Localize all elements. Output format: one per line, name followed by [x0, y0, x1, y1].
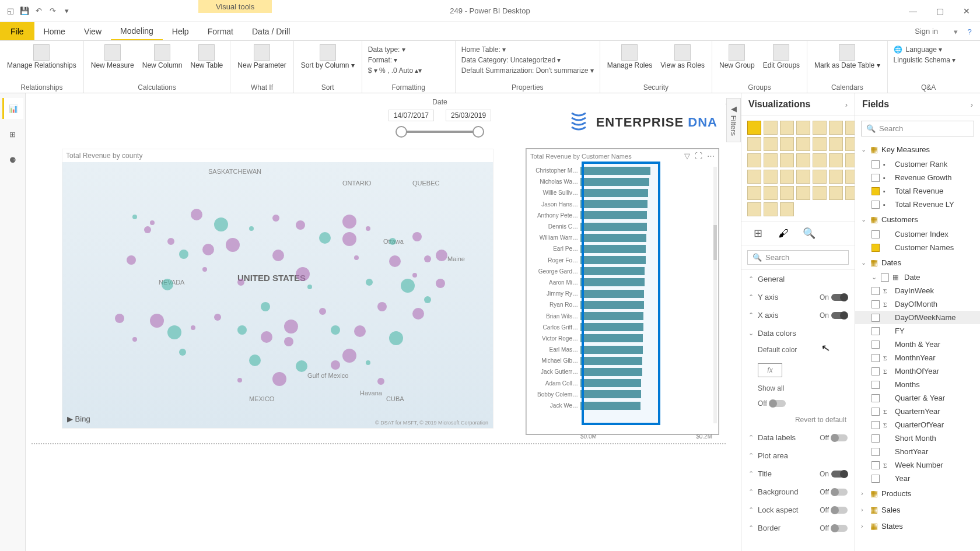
field-revenuegrowth[interactable]: ▪Revenue Growth [855, 171, 980, 184]
field-table-dates[interactable]: ⌄▦Dates [855, 254, 980, 271]
field-monthyear[interactable]: Month & Year [855, 338, 980, 351]
field-quarteryear[interactable]: Quarter & Year [855, 391, 980, 405]
field-dayinweek[interactable]: ΣDayInWeek [855, 284, 980, 297]
viz-type-icon[interactable] [747, 153, 761, 167]
bar-rect[interactable] [580, 402, 640, 410]
bar-rect[interactable] [580, 390, 641, 398]
viz-type-icon[interactable] [747, 186, 761, 200]
bar-row[interactable]: Jason Hans… [530, 199, 712, 210]
map-bubble[interactable] [366, 279, 373, 286]
field-checkbox[interactable] [872, 201, 880, 209]
linguistic-schema-dropdown[interactable]: Linguistic Schema ▾ [894, 56, 964, 64]
bar-row[interactable]: Carlos Griff… [530, 322, 712, 333]
bar-rect[interactable] [580, 368, 642, 376]
map-bubble[interactable] [237, 378, 242, 382]
field-checkbox[interactable] [872, 160, 880, 169]
date-slider-track[interactable] [399, 131, 481, 133]
map-bubble[interactable] [249, 226, 254, 231]
field-checkbox[interactable] [872, 287, 880, 295]
field-checkbox[interactable] [872, 475, 880, 483]
signin-dropdown-icon[interactable]: ▾ [951, 27, 960, 36]
field-checkbox[interactable] [872, 461, 880, 469]
bar-chart-visual[interactable]: Total Revenue by Customer Names ▽ ⛶ ⋯ Ch… [526, 149, 719, 434]
viz-type-icon[interactable] [747, 202, 761, 216]
report-view-button[interactable]: 📊 [2, 98, 23, 119]
viz-type-icon[interactable] [747, 137, 761, 151]
map-bubble[interactable] [202, 244, 214, 255]
viz-type-icon[interactable] [845, 137, 855, 151]
viz-type-icon[interactable] [764, 121, 778, 135]
format-section-general[interactable]: ⌃General [741, 270, 855, 288]
field-checkbox[interactable] [872, 341, 880, 349]
field-customerindex[interactable]: Customer Index [855, 227, 980, 241]
field-weeknumber[interactable]: ΣWeek Number [855, 458, 980, 472]
field-checkbox[interactable] [872, 421, 880, 429]
bar-rect[interactable] [580, 357, 642, 365]
map-bubble[interactable] [307, 285, 312, 289]
map-bubble[interactable] [214, 314, 221, 321]
bar-row[interactable]: Bobby Colem… [530, 389, 712, 400]
bar-row[interactable]: Brian Wils… [530, 310, 712, 321]
expand-pane-icon[interactable]: › [845, 100, 848, 109]
viz-type-icon[interactable] [780, 121, 794, 135]
map-bubble[interactable] [296, 360, 307, 372]
map-bubble[interactable] [237, 279, 244, 286]
data-category-dropdown[interactable]: Data Category: Uncategorized ▾ [461, 56, 594, 64]
map-bubble[interactable] [150, 314, 164, 328]
bar-rect[interactable] [580, 256, 646, 264]
field-checkbox[interactable] [872, 381, 880, 389]
menu-tab-view[interactable]: View [75, 22, 111, 40]
field-checkbox[interactable] [872, 394, 880, 402]
toggle-border[interactable]: Off [820, 524, 848, 532]
bar-rect[interactable] [580, 223, 647, 231]
menu-tab-format[interactable]: Format [198, 22, 243, 40]
viz-type-icon[interactable] [796, 153, 810, 167]
viz-type-icon[interactable] [780, 202, 794, 216]
field-checkbox[interactable] [872, 300, 880, 308]
map-bubble[interactable] [424, 296, 431, 303]
map-bubble[interactable] [319, 232, 331, 244]
map-bubble[interactable] [132, 215, 137, 219]
field-table-states[interactable]: ›▦States [855, 518, 980, 534]
viz-type-icon[interactable] [845, 121, 855, 135]
viz-type-icon[interactable] [764, 170, 778, 184]
bar-rect[interactable] [580, 346, 643, 354]
map-bubble[interactable] [167, 238, 174, 245]
date-end-input[interactable]: 25/03/2019 [446, 110, 491, 121]
bar-row[interactable]: Aaron Mi… [530, 277, 712, 288]
field-customerrank[interactable]: ▪Customer Rank [855, 157, 980, 171]
viz-type-icon[interactable] [813, 121, 827, 135]
viz-type-icon[interactable] [780, 137, 794, 151]
menu-tab-home[interactable]: Home [34, 22, 75, 40]
field-table-key-measures[interactable]: ⌄▦Key Measures [855, 141, 980, 157]
format-search[interactable]: 🔍 Search [747, 250, 849, 265]
map-bubble[interactable] [296, 267, 310, 281]
field-checkbox[interactable] [872, 354, 880, 362]
field-date[interactable]: ⌄▦Date [855, 271, 980, 284]
map-bubble[interactable] [342, 349, 356, 363]
map-bubble[interactable] [342, 215, 356, 229]
new-parameter-button[interactable]: New Parameter [236, 43, 287, 71]
field-checkbox[interactable] [872, 187, 880, 195]
new-group-button[interactable]: New Group [718, 43, 756, 71]
map-bubble[interactable] [167, 325, 181, 339]
bar-row[interactable]: Willie Sulliv… [530, 187, 712, 198]
viz-type-icon[interactable] [845, 186, 855, 200]
date-slicer[interactable]: Date 14/07/2017 25/03/2019 [387, 98, 492, 133]
map-bubble[interactable] [226, 238, 240, 252]
toggle-x-axis[interactable]: On [820, 311, 848, 320]
map-bubble[interactable] [202, 267, 207, 272]
map-bubble[interactable] [366, 226, 370, 231]
map-bubble[interactable] [296, 220, 305, 230]
bar-rect[interactable] [580, 245, 646, 253]
map-body[interactable]: SASKATCHEWANONTARIOQUEBECOttawaMaineGulf… [62, 162, 493, 428]
bar-rect[interactable] [580, 334, 643, 342]
file-tab[interactable]: File [0, 22, 34, 40]
date-slider-handle-end[interactable] [473, 126, 484, 138]
model-view-button[interactable]: ⚈ [2, 149, 23, 170]
viz-type-icon[interactable] [780, 153, 794, 167]
map-visual[interactable]: Total Revenue by county SASKATCHEWANONTA… [62, 149, 494, 429]
field-table-sales[interactable]: ›▦Sales [855, 501, 980, 518]
viz-type-icon[interactable] [764, 153, 778, 167]
map-bubble[interactable] [354, 325, 366, 337]
